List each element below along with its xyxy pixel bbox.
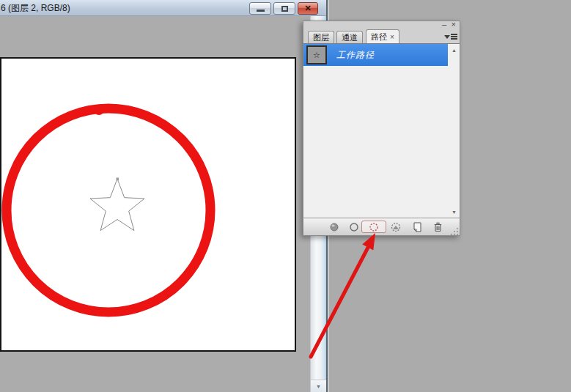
tab-close-icon[interactable]: × xyxy=(390,33,394,41)
stroke-path-button[interactable] xyxy=(347,221,361,233)
window-controls: ✕ xyxy=(249,2,318,15)
load-path-as-selection-button[interactable] xyxy=(367,221,380,233)
new-path-icon xyxy=(410,221,424,233)
document-window: 6 (图层 2, RGB/8) ✕ ▼ xyxy=(0,0,328,392)
star-path-outline xyxy=(90,179,144,231)
make-work-path-icon xyxy=(389,221,402,233)
tab-layers[interactable]: 图层 xyxy=(308,31,334,43)
trash-icon xyxy=(431,221,444,233)
tab-channels-label: 通道 xyxy=(342,33,358,42)
window-title: 6 (图层 2, RGB/8) xyxy=(1,2,70,15)
close-button[interactable]: ✕ xyxy=(298,2,318,15)
window-titlebar[interactable]: 6 (图层 2, RGB/8) ✕ xyxy=(0,0,326,16)
red-circle-brush-stroke xyxy=(7,108,210,312)
tab-paths-label: 路径 xyxy=(371,32,387,41)
paths-panel: – × 图层 通道 路径× ☆ 工作路径 ▲ ▼ xyxy=(303,21,460,236)
panel-header[interactable]: – × xyxy=(303,21,460,29)
panel-resize-grip[interactable] xyxy=(450,226,459,234)
fill-path-button[interactable] xyxy=(328,221,341,233)
restore-button[interactable] xyxy=(273,2,295,15)
close-icon: ✕ xyxy=(304,4,311,12)
panel-minimize-button[interactable]: – xyxy=(442,21,446,29)
tab-layers-label: 图层 xyxy=(313,33,329,42)
path-row-work-path[interactable]: ☆ 工作路径 xyxy=(303,44,448,66)
path-name-label: 工作路径 xyxy=(336,49,375,62)
brush-stroke-start-blob xyxy=(94,105,104,115)
menu-lines-icon xyxy=(451,34,457,40)
restore-icon xyxy=(281,6,288,12)
path-thumbnail[interactable]: ☆ xyxy=(306,45,327,64)
canvas-artwork xyxy=(1,59,295,350)
stroke-path-icon xyxy=(347,221,361,233)
scrollbar-down-button[interactable]: ▼ xyxy=(311,380,326,392)
tab-paths[interactable]: 路径× xyxy=(366,29,399,43)
minimize-icon xyxy=(257,10,265,12)
paths-list: ☆ 工作路径 ▲ ▼ xyxy=(303,43,460,218)
arrow-down-icon: ▼ xyxy=(316,384,321,389)
chevron-down-icon xyxy=(444,35,450,39)
minimize-button[interactable] xyxy=(249,2,271,15)
panel-menu-button[interactable] xyxy=(444,32,457,42)
tab-channels[interactable]: 通道 xyxy=(336,31,363,43)
panel-scroll-down-button[interactable]: ▼ xyxy=(452,210,457,215)
document-canvas[interactable] xyxy=(0,57,296,352)
panel-tabbar: 图层 通道 路径× xyxy=(303,29,460,43)
load-selection-icon xyxy=(367,221,380,233)
star-thumbnail-icon: ☆ xyxy=(313,51,320,59)
panel-footer xyxy=(303,218,460,235)
resize-grip-icon xyxy=(450,227,459,236)
make-work-path-button[interactable] xyxy=(389,221,402,233)
delete-path-button[interactable] xyxy=(431,221,444,233)
panel-close-button[interactable]: × xyxy=(452,21,456,29)
create-new-path-button[interactable] xyxy=(410,221,424,233)
fill-path-icon xyxy=(328,221,341,233)
panel-scroll-up-button[interactable]: ▲ xyxy=(452,48,457,53)
path-anchor-point xyxy=(117,178,119,181)
